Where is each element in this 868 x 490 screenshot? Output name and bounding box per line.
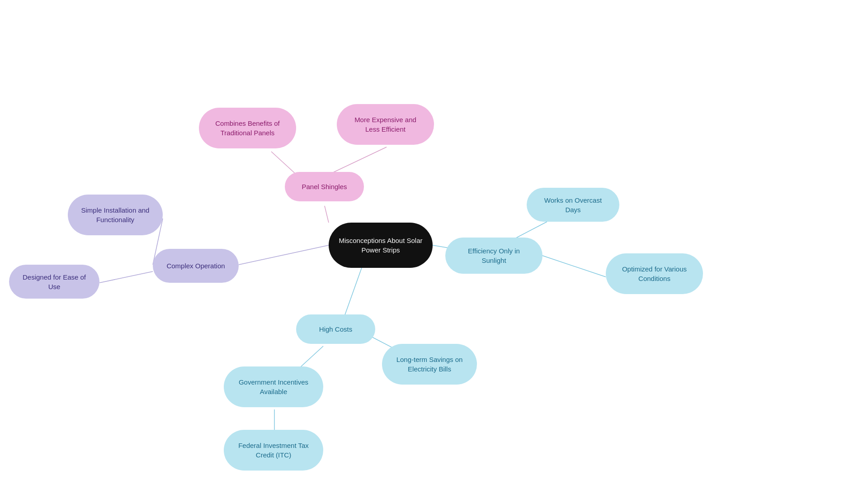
long-term-savings-node: Long-term Savings on Electricity Bills (382, 344, 477, 385)
svg-line-9 (542, 256, 606, 277)
high-costs-node: High Costs (296, 314, 375, 344)
svg-line-5 (99, 271, 153, 283)
efficiency-sunlight-node: Efficiency Only in Sunlight (445, 238, 542, 274)
combines-benefits-node: Combines Benefits of Traditional Panels (199, 108, 296, 148)
government-incentives-node: Government Incentives Available (224, 366, 323, 407)
panel-shingles-node: Panel Shingles (285, 172, 364, 201)
federal-tax-node: Federal Investment Tax Credit (ITC) (224, 430, 323, 471)
optimized-conditions-node: Optimized for Various Conditions (606, 253, 703, 294)
complex-operation-node: Complex Operation (153, 249, 239, 283)
svg-line-1 (325, 206, 329, 223)
more-expensive-node: More Expensive and Less Efficient (337, 104, 434, 145)
simple-installation-node: Simple Installation and Functionality (68, 195, 163, 235)
svg-line-0 (239, 245, 329, 265)
center-node: Misconceptions About Solar Power Strips (329, 223, 433, 268)
works-overcast-node: Works on Overcast Days (527, 188, 619, 222)
designed-ease-node: Designed for Ease of Use (9, 265, 99, 299)
